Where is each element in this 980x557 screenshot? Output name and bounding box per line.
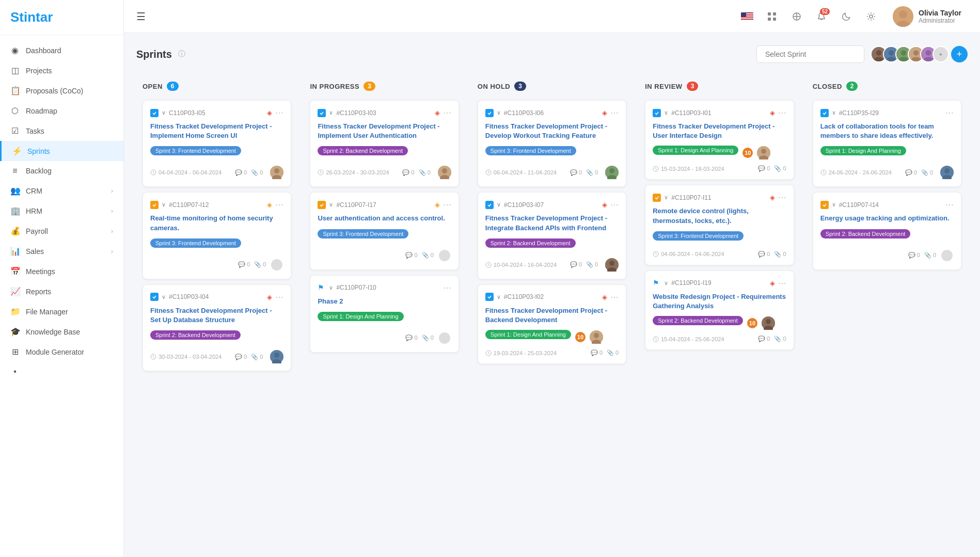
card-title[interactable]: Remote device control (lights, thermosta… xyxy=(653,206,786,225)
sidebar-item-dashboard[interactable]: ◉ Dashboard xyxy=(0,40,123,60)
card-menu-button[interactable]: ⋯ xyxy=(275,292,283,302)
card-footer: 04-06-2024 - 04-06-2024 💬 0 📎 0 xyxy=(653,251,786,258)
card-footer: 30-03-2024 - 03-04-2024 💬 0 📎 0 xyxy=(150,350,283,363)
chevron-right-icon: › xyxy=(111,248,113,255)
card-footer: 💬 0 📎 0 xyxy=(318,249,451,262)
comment-count: 💬 0 xyxy=(405,335,417,341)
sidebar-item-proposals[interactable]: 📋 Proposals (CoCo) xyxy=(0,81,123,101)
card-title[interactable]: Fitness Tracket Development Project - Im… xyxy=(150,122,283,140)
chevron-down-icon: ∨ xyxy=(497,109,501,116)
column-header-in-progress: IN PROGRESS 3 xyxy=(310,79,459,93)
card-footer: 💬 0 📎 0 xyxy=(318,331,451,345)
card-footer: 26-03-2024 - 30-03-2024 💬 0 📎 0 xyxy=(318,166,451,179)
card-menu-button[interactable]: ⋯ xyxy=(610,292,619,302)
logo-text: Stintar xyxy=(10,9,53,25)
svg-point-56 xyxy=(766,319,771,324)
attachment-count: 📎 0 xyxy=(422,252,434,259)
card-menu-button[interactable]: ⋯ xyxy=(610,108,619,118)
card-C110P03-I07: ∨ #C110P03-I07 ◈ ⋯ Fitness Tracker Devel… xyxy=(478,192,626,279)
flag-icon: ⚑ xyxy=(318,283,326,292)
card-title[interactable]: Fitness Tracker Development Project - De… xyxy=(485,122,619,140)
card-header: ∨ #C110P07-I12 ◈ ⋯ xyxy=(150,200,283,210)
sprint-select[interactable] xyxy=(756,45,864,63)
card-C110P07-I11: ∨ #C110P07-I11 ◈ ⋯ Remote device control… xyxy=(645,185,794,265)
sidebar-item-reports[interactable]: 📈 Reports xyxy=(0,281,123,301)
settings-button[interactable] xyxy=(862,7,880,26)
sprint-tag: Sprint 2: Backend Development xyxy=(485,238,576,248)
header: ☰ 52 xyxy=(124,0,980,33)
card-C110P03-I04: ∨ #C110P03-I04 ◈ ⋯ Fitness Tracket Devel… xyxy=(143,284,291,371)
card-title[interactable]: Fitness Tracker Development Project - Us… xyxy=(653,122,786,140)
card-title[interactable]: Energy usage tracking and optimization. xyxy=(820,214,954,223)
avatar xyxy=(940,166,954,179)
sidebar-item-label: Roadmap xyxy=(26,107,57,115)
sidebar-item-more[interactable]: • xyxy=(0,362,123,381)
card-menu-button[interactable]: ⋯ xyxy=(443,108,451,118)
sidebar-item-meetings[interactable]: 📅 Meetings xyxy=(0,261,123,281)
notifications-button[interactable]: 52 xyxy=(812,7,831,26)
sidebar-item-projects[interactable]: ◫ Projects xyxy=(0,60,123,81)
header-actions: 52 Olivia Taylor Administrator xyxy=(738,3,968,30)
card-date: 10-04-2024 - 16-04-2024 xyxy=(485,262,566,268)
sidebar-item-hrm[interactable]: 🏢 HRM › xyxy=(0,201,123,221)
card-title[interactable]: User authentication and access control. xyxy=(318,214,451,223)
card-menu-button[interactable]: ⋯ xyxy=(443,283,451,293)
hamburger-button[interactable]: ☰ xyxy=(136,10,146,23)
avatar xyxy=(590,330,603,344)
card-menu-button[interactable]: ⋯ xyxy=(610,200,619,210)
card-date: 19-03-2024 - 25-03-2024 xyxy=(485,350,587,356)
card-title[interactable]: Real-time monitoring of home security ca… xyxy=(150,214,283,232)
sidebar-item-knowledge-base[interactable]: 🎓 Knowledge Base xyxy=(0,322,123,342)
card-title[interactable]: Fitness Tracker Development Project - Ba… xyxy=(485,306,619,325)
card-menu-button[interactable]: ⋯ xyxy=(945,108,954,118)
card-title[interactable]: Fitness Tracket Development Project - Se… xyxy=(150,306,283,325)
sidebar-item-backlog[interactable]: ≡ Backlog xyxy=(0,161,123,181)
card-menu-button[interactable]: ⋯ xyxy=(275,200,283,210)
card-menu-button[interactable]: ⋯ xyxy=(945,200,954,210)
card-menu-button[interactable]: ⋯ xyxy=(778,278,786,288)
comment-count: 💬 0 xyxy=(758,336,770,342)
crm-icon: 👥 xyxy=(10,186,20,196)
card-title[interactable]: Lack of collaboration tools for team mem… xyxy=(820,122,954,140)
add-member-button[interactable]: + xyxy=(951,46,968,62)
card-stats: 💬 0 📎 0 xyxy=(905,169,933,176)
user-profile[interactable]: Olivia Taylor Administrator xyxy=(887,3,968,30)
sidebar-item-sprints[interactable]: ⚡ Sprints xyxy=(0,141,123,161)
card-menu-button[interactable]: ⋯ xyxy=(778,193,786,202)
info-icon[interactable]: ⓘ xyxy=(178,50,185,59)
card-title[interactable]: Fitness Tracker Development Project - Im… xyxy=(318,122,451,140)
count-badge: 10 xyxy=(575,332,586,342)
sidebar-item-roadmap[interactable]: ⬡ Roadmap xyxy=(0,101,123,121)
card-menu-button[interactable]: ⋯ xyxy=(778,108,786,118)
ghost-avatar xyxy=(438,249,451,262)
apps-button[interactable] xyxy=(763,7,781,26)
card-title[interactable]: Fitness Tracker Development Project - In… xyxy=(485,214,619,232)
avatar xyxy=(270,166,283,179)
sidebar-item-file-manager[interactable]: 📁 File Manager xyxy=(0,301,123,322)
comment-count: 💬 0 xyxy=(570,169,582,176)
card-menu-button[interactable]: ⋯ xyxy=(275,108,283,118)
language-selector[interactable] xyxy=(738,7,756,26)
chevron-right-icon: › xyxy=(111,208,113,215)
ghost-avatar xyxy=(438,331,451,345)
column-in-progress: IN PROGRESS 3 ∨ #C110P03-I03 ◈ ⋯ Fitness… xyxy=(304,73,465,383)
priority-icon: ◈ xyxy=(267,109,272,117)
sidebar-item-payroll[interactable]: 💰 Payroll › xyxy=(0,221,123,241)
check-icon xyxy=(485,201,494,209)
priority-icon: ◈ xyxy=(602,293,607,301)
tasks-icon: ☑ xyxy=(10,126,20,136)
sidebar-item-tasks[interactable]: ☑ Tasks xyxy=(0,121,123,141)
card-title[interactable]: Phase 2 xyxy=(318,297,451,306)
sidebar-item-sales[interactable]: 📊 Sales › xyxy=(0,241,123,261)
integration-button[interactable] xyxy=(787,7,806,26)
sidebar-item-crm[interactable]: 👥 CRM › xyxy=(0,181,123,201)
card-header: ∨ #C110P07-I17 ◈ ⋯ xyxy=(318,200,451,210)
priority-icon: ◈ xyxy=(435,201,440,209)
dark-mode-button[interactable] xyxy=(837,7,856,26)
card-id: #C110P07-I17 xyxy=(336,201,431,209)
card-title[interactable]: Website Redesign Project - Requirements … xyxy=(653,292,786,311)
card-menu-button[interactable]: ⋯ xyxy=(443,200,451,210)
sprints-header: Sprints ⓘ + + xyxy=(136,45,968,63)
sidebar-item-module-generator[interactable]: ⊞ Module Generator xyxy=(0,342,123,362)
card-id: #C110P01-I19 xyxy=(671,279,766,287)
